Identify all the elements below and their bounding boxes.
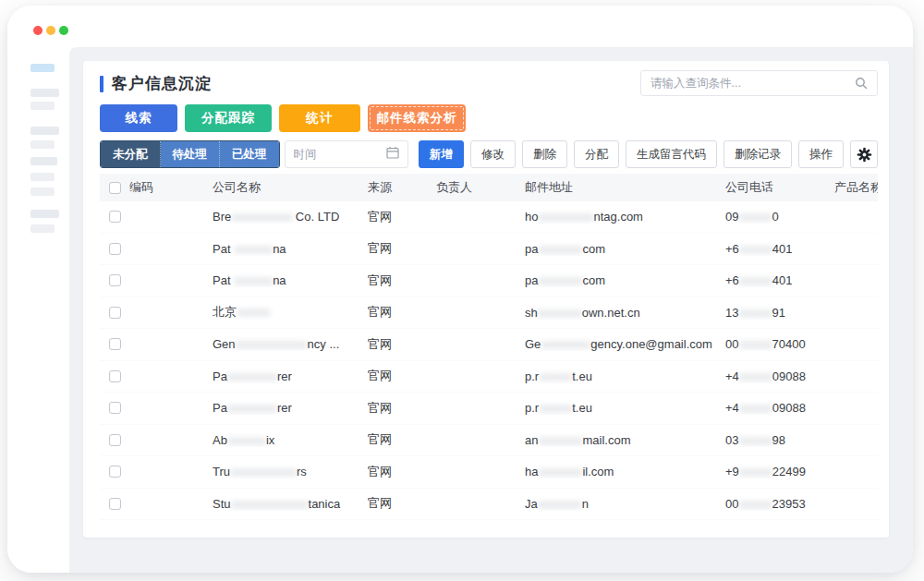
settings-gear-button[interactable] bbox=[850, 140, 878, 168]
select-checkbox[interactable] bbox=[109, 498, 121, 510]
nav-button-分配跟踪[interactable]: 分配跟踪 bbox=[185, 104, 272, 132]
cell-phone: 00xxxxxx70400 bbox=[725, 337, 834, 351]
sidebar-item[interactable] bbox=[30, 102, 55, 110]
sidebar-item[interactable] bbox=[30, 188, 55, 196]
nav-button-邮件线索分析[interactable]: 邮件线索分析 bbox=[368, 104, 466, 132]
toolbar-button-删除记录[interactable]: 删除记录 bbox=[723, 140, 792, 168]
sidebar-item[interactable] bbox=[30, 224, 55, 233]
toolbar-button-操作[interactable]: 操作 bbox=[798, 140, 844, 168]
cell-phone-redacted: xxxxxx bbox=[739, 369, 772, 383]
select-checkbox[interactable] bbox=[109, 466, 121, 478]
cell-email-redacted: xxxxxxxx bbox=[538, 465, 582, 478]
sidebar-item-active[interactable] bbox=[30, 64, 55, 72]
table-row: Paxxxxxxxxxrer官网p.rxxxxxxt.eu+4xxxxxx090… bbox=[100, 393, 878, 425]
cell-company-redacted: xxxxxxxxx bbox=[227, 369, 277, 383]
select-checkbox[interactable] bbox=[109, 338, 121, 350]
cell-phone: +6xxxxxx401 bbox=[725, 273, 834, 287]
toolbar-button-删除[interactable]: 删除 bbox=[522, 140, 567, 168]
cell-email-visible-suffix: n bbox=[582, 497, 589, 511]
cell-phone-visible-prefix: 09 bbox=[725, 210, 738, 224]
page-title-text: 客户信息沉淀 bbox=[112, 73, 212, 94]
cell-email-visible-prefix: pa bbox=[525, 273, 538, 287]
cell-phone-visible-suffix: 09088 bbox=[772, 369, 806, 383]
cell-phone: +6xxxxxx401 bbox=[725, 242, 834, 256]
cell-email-visible-prefix: Ja bbox=[525, 497, 538, 511]
filter-tab-待处理[interactable]: 待处理 bbox=[161, 141, 221, 167]
cell-email-redacted: xxxxxxxxx bbox=[541, 337, 590, 351]
cell-company-visible-prefix: Gen bbox=[213, 337, 236, 351]
select-checkbox[interactable] bbox=[109, 274, 121, 286]
cell-company-visible-prefix: 北京 bbox=[213, 305, 237, 319]
cell-company: Paxxxxxxxxxrer bbox=[213, 401, 368, 415]
cell-company-visible-prefix: Pa bbox=[213, 401, 227, 415]
table-body: Brexxxxxxxxxxx Co. LTD官网hoxxxxxxxxxxntag… bbox=[100, 201, 878, 520]
cell-company-visible-prefix: Bre bbox=[213, 210, 231, 224]
select-checkbox[interactable] bbox=[109, 211, 121, 223]
cell-email-redacted: xxxxxxxx bbox=[538, 306, 582, 320]
select-checkbox[interactable] bbox=[109, 370, 121, 382]
cell-source: 官网 bbox=[368, 240, 436, 257]
sidebar-item[interactable] bbox=[30, 210, 59, 218]
close-button[interactable] bbox=[33, 26, 43, 35]
select-checkbox[interactable] bbox=[109, 243, 121, 255]
cell-email: hoxxxxxxxxxxntag.com bbox=[525, 210, 725, 224]
leads-table: 编码公司名称来源负责人邮件地址公司电话产品名称 Brexxxxxxxxxxx C… bbox=[100, 174, 878, 538]
app-window: 客户信息沉淀 线索分配跟踪统计邮件线索分析 未分配待处理已处理 时间 bbox=[7, 6, 913, 573]
cell-phone-visible-suffix: 401 bbox=[772, 273, 793, 287]
filter-tab-未分配[interactable]: 未分配 bbox=[101, 141, 161, 167]
minimize-button[interactable] bbox=[46, 26, 55, 35]
cell-email: paxxxxxxxxcom bbox=[525, 273, 725, 287]
toolbar-button-分配[interactable]: 分配 bbox=[574, 140, 619, 168]
cell-phone-visible-prefix: +6 bbox=[725, 273, 739, 287]
toolbar-button-生成留言代码[interactable]: 生成留言代码 bbox=[626, 140, 717, 168]
cell-email-visible-suffix: own.net.cn bbox=[582, 306, 640, 320]
column-header-产品名称: 产品名称 bbox=[834, 179, 878, 196]
module-nav: 线索分配跟踪统计邮件线索分析 bbox=[100, 104, 466, 132]
toolbar-button-新增[interactable]: 新增 bbox=[419, 140, 464, 168]
cell-phone-visible-prefix: +4 bbox=[725, 401, 739, 415]
nav-button-统计[interactable]: 统计 bbox=[279, 104, 360, 132]
zoom-button[interactable] bbox=[59, 26, 68, 35]
filter-tab-已处理[interactable]: 已处理 bbox=[220, 141, 279, 167]
cell-phone: 00xxxxxx23953 bbox=[725, 497, 834, 511]
cell-email-visible-suffix: t.eu bbox=[572, 369, 592, 383]
cell-email-redacted: xxxxxxxx bbox=[538, 273, 582, 287]
filter-toolbar-row: 未分配待处理已处理 时间 新增修改删除分配生成留言代码删除记录操作 bbox=[100, 140, 878, 168]
sidebar-item[interactable] bbox=[30, 173, 55, 181]
calendar-icon bbox=[386, 146, 399, 163]
cell-email-visible-prefix: an bbox=[525, 433, 538, 447]
cell-company: Genxxxxxxxxxxxxxncy ... bbox=[213, 337, 368, 351]
select-checkbox[interactable] bbox=[109, 402, 121, 414]
cell-email-redacted: xxxxxx bbox=[539, 401, 572, 415]
select-checkbox[interactable] bbox=[109, 434, 121, 446]
cell-phone-visible-suffix: 09088 bbox=[772, 401, 806, 415]
cell-phone-visible-prefix: +9 bbox=[725, 465, 739, 478]
cell-email: Jaxxxxxxxxn bbox=[525, 497, 725, 511]
sidebar-item[interactable] bbox=[30, 157, 57, 165]
search-input[interactable] bbox=[650, 77, 855, 90]
cell-phone-visible-suffix: 23953 bbox=[772, 497, 805, 511]
select-checkbox[interactable] bbox=[109, 307, 121, 319]
cell-phone-redacted: xxxxxx bbox=[739, 242, 772, 256]
cell-email-visible-suffix: com bbox=[582, 273, 605, 287]
select-all-checkbox[interactable] bbox=[109, 182, 121, 194]
sidebar-item[interactable] bbox=[30, 127, 59, 135]
column-header-公司名称: 公司名称 bbox=[213, 179, 368, 196]
table-row: Pat xxxxxxxna官网paxxxxxxxxcom+6xxxxxx401 bbox=[100, 234, 878, 266]
date-filter[interactable]: 时间 bbox=[285, 140, 408, 168]
sidebar-item[interactable] bbox=[30, 89, 59, 97]
column-header-编码: 编码 bbox=[129, 179, 213, 196]
toolbar-button-修改[interactable]: 修改 bbox=[470, 140, 516, 168]
cell-phone-visible-prefix: 13 bbox=[725, 306, 738, 320]
cell-email: paxxxxxxxxcom bbox=[525, 242, 725, 256]
cell-company-visible-prefix: Pa bbox=[213, 369, 227, 383]
cell-phone: +4xxxxxx09088 bbox=[725, 369, 834, 383]
cell-company-visible-suffix: ncy ... bbox=[308, 337, 340, 351]
sidebar-item[interactable] bbox=[30, 140, 55, 149]
nav-button-线索[interactable]: 线索 bbox=[100, 104, 177, 132]
table-header-row: 编码公司名称来源负责人邮件地址公司电话产品名称 bbox=[100, 174, 878, 201]
cell-company-visible-prefix: Ab bbox=[213, 433, 227, 447]
cell-phone-redacted: xxxxxx bbox=[739, 273, 772, 287]
search-icon[interactable] bbox=[855, 77, 868, 90]
table-row: 北京xxxxxx官网shxxxxxxxxown.net.cn13xxxxxx91 bbox=[100, 297, 878, 330]
